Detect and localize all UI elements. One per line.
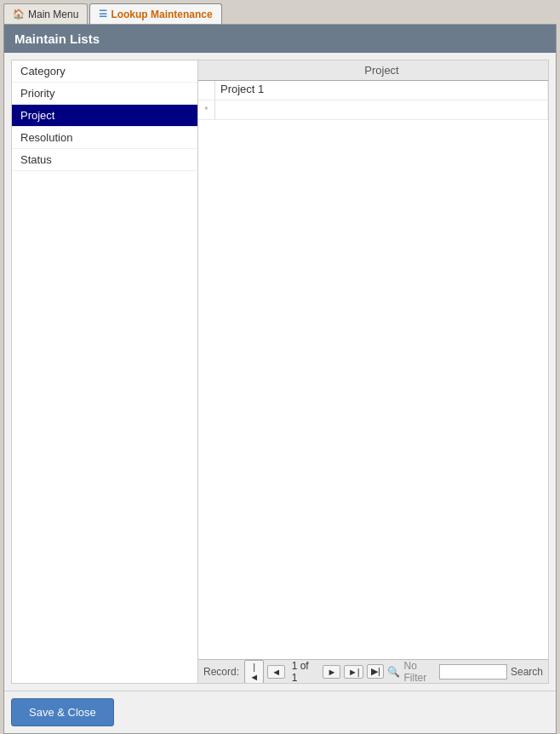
main-window: Maintain Lists Category Priority Project… bbox=[3, 24, 557, 734]
filter-icon: 🔍 bbox=[387, 666, 400, 678]
tab-main-menu[interactable]: 🏠 Main Menu bbox=[3, 3, 88, 24]
table-row: Project 1 bbox=[198, 81, 548, 100]
tab-lookup-maintenance[interactable]: ☰ Lookup Maintenance bbox=[89, 3, 221, 24]
right-panel: Project Project 1 * Recor bbox=[198, 60, 549, 684]
tab-bar: 🏠 Main Menu ☰ Lookup Maintenance bbox=[0, 0, 560, 24]
sidebar-item-status[interactable]: Status bbox=[12, 149, 197, 171]
nav-extra-button[interactable]: ▶| bbox=[367, 664, 384, 679]
search-input[interactable] bbox=[439, 664, 507, 680]
bottom-area: Save & Close bbox=[4, 691, 556, 733]
nav-last-button[interactable]: ►| bbox=[344, 665, 363, 679]
grid-cell-project-1[interactable]: Project 1 bbox=[215, 81, 548, 100]
nav-first-button[interactable]: |◄ bbox=[244, 660, 264, 684]
grid-header: Project bbox=[198, 60, 548, 81]
nav-page-info: 1 of 1 bbox=[292, 660, 317, 684]
grid-cell-new[interactable] bbox=[215, 100, 548, 119]
sidebar-item-resolution[interactable]: Resolution bbox=[12, 127, 197, 149]
left-panel: Category Priority Project Resolution Sta… bbox=[11, 60, 198, 684]
window-title: Maintain Lists bbox=[14, 32, 100, 46]
sidebar-item-project[interactable]: Project bbox=[12, 105, 197, 127]
window-title-bar: Maintain Lists bbox=[4, 25, 556, 53]
table-row-new: * bbox=[198, 100, 548, 120]
lookup-maintenance-icon: ☰ bbox=[99, 9, 107, 20]
tab-lookup-maintenance-label: Lookup Maintenance bbox=[111, 9, 212, 20]
tab-main-menu-label: Main Menu bbox=[28, 9, 78, 20]
nav-next-button[interactable]: ► bbox=[323, 665, 340, 679]
no-filter-label: No Filter bbox=[403, 660, 435, 684]
grid-body: Project 1 * bbox=[198, 81, 548, 659]
nav-bar: Record: |◄ ◄ 1 of 1 ► ►| ▶| 🔍 No Filter … bbox=[198, 659, 548, 683]
row-indicator-new: * bbox=[198, 100, 215, 119]
new-row-asterisk: * bbox=[204, 105, 208, 115]
sidebar-item-priority[interactable]: Priority bbox=[12, 83, 197, 105]
main-menu-icon: 🏠 bbox=[13, 9, 25, 20]
save-close-button[interactable]: Save & Close bbox=[11, 698, 114, 726]
grid-column-header: Project bbox=[215, 60, 548, 80]
search-label: Search bbox=[511, 666, 543, 678]
content-area: Category Priority Project Resolution Sta… bbox=[4, 53, 556, 691]
row-indicator-1 bbox=[198, 81, 215, 100]
record-label: Record: bbox=[203, 666, 239, 678]
sidebar-item-category[interactable]: Category bbox=[12, 60, 197, 83]
nav-prev-button[interactable]: ◄ bbox=[267, 665, 284, 679]
nav-filter-area: 🔍 No Filter Search bbox=[387, 660, 543, 684]
